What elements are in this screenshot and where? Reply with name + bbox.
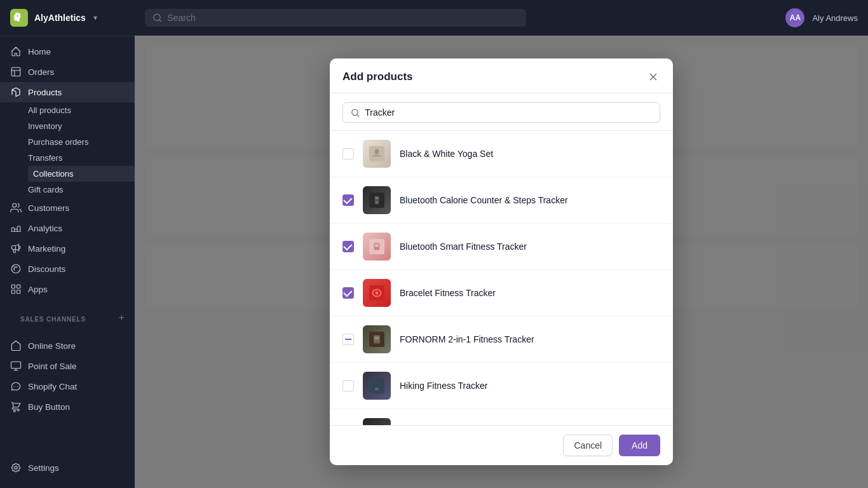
- add-button[interactable]: Add: [619, 435, 660, 456]
- buy-button-icon: [10, 401, 22, 412]
- sidebar-item-inventory[interactable]: Inventory: [28, 118, 135, 134]
- sidebar-label-buy-button: Buy Button: [28, 402, 70, 412]
- sidebar-item-marketing[interactable]: Marketing: [0, 238, 135, 259]
- svg-rect-5: [11, 362, 21, 369]
- svg-rect-4: [17, 290, 20, 294]
- apps-icon: [10, 283, 22, 295]
- sidebar-item-orders[interactable]: Orders: [0, 62, 135, 82]
- sidebar-label-online-store: Online Store: [28, 341, 76, 351]
- svg-rect-23: [375, 337, 379, 339]
- topbar-right: AA Aly Andrews: [785, 8, 858, 27]
- sidebar-item-settings[interactable]: Settings: [0, 458, 135, 478]
- user-name: Aly Andrews: [812, 13, 858, 23]
- marketing-icon: [10, 243, 22, 254]
- product-thumb-step: [363, 418, 391, 425]
- sidebar-item-products[interactable]: Products: [0, 82, 135, 102]
- close-icon: [648, 71, 659, 83]
- sidebar-label-shopify-chat: Shopify Chat: [28, 382, 77, 391]
- product-checkbox-hiking[interactable]: [342, 380, 354, 391]
- product-item-calorie[interactable]: Bluetooth Calorie Counter & Steps Tracke…: [330, 177, 673, 224]
- sidebar-item-transfers[interactable]: Transfers: [28, 150, 135, 166]
- svg-rect-1: [11, 285, 15, 288]
- svg-rect-27: [375, 388, 379, 390]
- search-input[interactable]: [167, 13, 519, 23]
- product-thumb-calorie: [363, 186, 391, 214]
- sidebar-label-discounts: Discounts: [28, 264, 65, 274]
- modal-close-button[interactable]: [646, 70, 660, 84]
- sidebar-label-marketing: Marketing: [28, 244, 65, 254]
- product-thumb-yoga: [363, 140, 391, 168]
- svg-rect-10: [372, 155, 381, 156]
- sidebar-item-analytics[interactable]: Analytics: [0, 218, 135, 238]
- product-name-hiking: Hiking Fitness Tracker: [400, 381, 660, 391]
- sales-channels-label: SALES CHANNELS: [10, 309, 96, 325]
- product-item-bracelet[interactable]: Bracelet Fitness Tracker: [330, 270, 673, 316]
- add-products-modal: Add products: [330, 58, 673, 465]
- topbar: AA Aly Andrews: [135, 0, 868, 36]
- product-checkbox-bracelet[interactable]: [342, 287, 354, 299]
- product-item-step[interactable]: Step Counting Tracker: [330, 409, 673, 425]
- sidebar-item-home[interactable]: Home: [0, 41, 135, 62]
- hiking-thumb-img: [369, 378, 384, 393]
- product-checkbox-fornorm[interactable]: [342, 334, 354, 345]
- add-sales-channel-button[interactable]: +: [119, 312, 125, 323]
- modal-search-inner: [342, 102, 660, 123]
- sidebar-label-apps: Apps: [28, 285, 48, 294]
- customers-icon: [10, 202, 22, 214]
- product-thumb-smart: [363, 233, 391, 261]
- product-name-smart: Bluetooth Smart Fitness Tracker: [400, 241, 660, 252]
- sidebar-label-customers: Customers: [28, 203, 69, 213]
- orders-icon: [10, 66, 22, 78]
- svg-point-20: [376, 292, 378, 294]
- store-chevron-icon: ▾: [93, 13, 97, 22]
- svg-rect-2: [17, 285, 20, 288]
- svg-rect-3: [11, 290, 15, 294]
- sidebar-item-gift-cards[interactable]: Gift cards: [28, 182, 135, 198]
- search-box[interactable]: [145, 9, 526, 27]
- sidebar-item-discounts[interactable]: Discounts: [0, 259, 135, 279]
- sidebar-item-collections[interactable]: Collections: [28, 166, 135, 182]
- home-icon: [10, 46, 22, 57]
- product-item-yoga[interactable]: Black & White Yoga Set: [330, 131, 673, 177]
- pos-icon: [10, 360, 22, 372]
- sidebar-item-purchase-orders[interactable]: Purchase orders: [28, 134, 135, 150]
- sidebar-label-analytics: Analytics: [28, 224, 62, 233]
- sidebar-item-point-of-sale[interactable]: Point of Sale: [0, 356, 135, 376]
- smart-thumb-img: [369, 239, 384, 254]
- modal-product-list: Black & White Yoga Set Bluetooth Calorie…: [330, 131, 673, 425]
- sidebar-item-apps[interactable]: Apps: [0, 279, 135, 299]
- calorie-thumb-img: [369, 193, 384, 208]
- products-subnav: All products Inventory Purchase orders T…: [0, 102, 135, 198]
- product-name-calorie: Bluetooth Calorie Counter & Steps Tracke…: [400, 195, 660, 205]
- product-item-smart[interactable]: Bluetooth Smart Fitness Tracker: [330, 224, 673, 270]
- sidebar-item-all-products[interactable]: All products: [28, 102, 135, 118]
- fornorm-thumb-img: [369, 332, 384, 347]
- chat-icon: [10, 381, 22, 392]
- product-name-fornorm: FORNORM 2-in-1 Fitness Tracker: [400, 334, 660, 344]
- sidebar-label-orders: Orders: [28, 67, 54, 77]
- product-item-hiking[interactable]: Hiking Fitness Tracker: [330, 363, 673, 409]
- product-checkbox-calorie[interactable]: [342, 194, 354, 206]
- sidebar-item-shopify-chat[interactable]: Shopify Chat: [0, 376, 135, 396]
- sidebar-item-buy-button[interactable]: Buy Button: [0, 396, 135, 417]
- product-thumb-hiking: [363, 372, 391, 400]
- modal-search-area: [330, 93, 673, 131]
- product-checkbox-yoga[interactable]: [342, 148, 354, 159]
- store-name: AlyAthletics: [34, 13, 86, 23]
- yoga-thumb-img: [369, 146, 384, 161]
- discounts-icon: [10, 263, 22, 274]
- product-checkbox-smart[interactable]: [342, 241, 354, 252]
- modal-search-input[interactable]: [365, 107, 652, 118]
- product-item-fornorm[interactable]: FORNORM 2-in-1 Fitness Tracker: [330, 316, 673, 363]
- sidebar-item-online-store[interactable]: Online Store: [0, 336, 135, 356]
- sidebar-label-settings: Settings: [28, 463, 59, 473]
- sidebar-item-customers[interactable]: Customers: [0, 198, 135, 218]
- svg-rect-24: [369, 378, 384, 393]
- svg-point-9: [375, 149, 379, 154]
- bracelet-thumb-img: [369, 285, 384, 301]
- modal-header: Add products: [330, 58, 673, 93]
- cancel-button[interactable]: Cancel: [563, 435, 613, 456]
- sidebar-label-home: Home: [28, 47, 51, 57]
- sales-channels-nav: Online Store Point of Sale Shopify Chat …: [0, 330, 135, 422]
- shopify-logo: [10, 9, 28, 27]
